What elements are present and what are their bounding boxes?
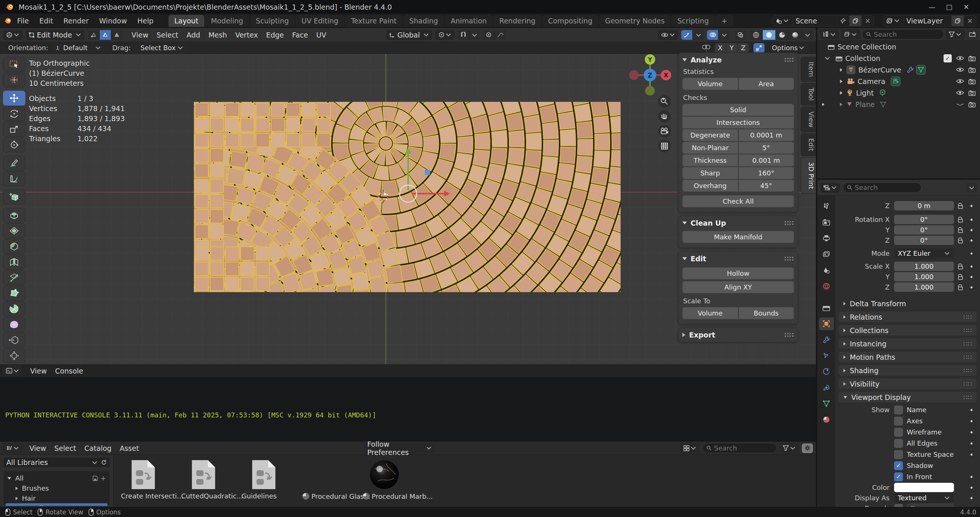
- sidebar-tab-tool[interactable]: Tool: [801, 83, 817, 106]
- mirror-z-button[interactable]: Z: [738, 43, 749, 53]
- menu-render[interactable]: Render: [59, 15, 94, 26]
- lock-icon[interactable]: [958, 276, 963, 280]
- tab-scene[interactable]: [819, 264, 834, 276]
- edit-panel-header[interactable]: Edit: [682, 255, 794, 263]
- tab-world[interactable]: [819, 280, 834, 292]
- tool-bevel[interactable]: [3, 239, 25, 254]
- viewport-menu-vertex[interactable]: Vertex: [231, 30, 262, 40]
- tool-move[interactable]: [3, 91, 25, 106]
- check-degenerate-button[interactable]: Degenerate: [682, 129, 738, 141]
- hide-eye-icon[interactable]: [956, 78, 964, 84]
- outliner-row-beziercurve[interactable]: BézierCurve: [818, 64, 980, 75]
- animate-dot-icon[interactable]: •: [967, 504, 976, 507]
- volume-button[interactable]: Volume: [682, 78, 738, 90]
- gizmo-axis-negx[interactable]: [629, 70, 639, 80]
- animate-dot-icon[interactable]: •: [967, 484, 976, 492]
- rotation-y-field[interactable]: 0°: [894, 225, 954, 235]
- tool-annotate[interactable]: [3, 156, 25, 171]
- expand-arrow-icon[interactable]: [840, 68, 843, 71]
- scale-z-field[interactable]: 1.000: [894, 282, 954, 292]
- texture-space-checkbox[interactable]: [894, 450, 903, 459]
- expand-arrow-icon[interactable]: [840, 79, 843, 83]
- library-selector[interactable]: All Libraries: [3, 457, 110, 468]
- lock-icon[interactable]: [958, 287, 963, 290]
- check-intersections-button[interactable]: Intersections: [682, 116, 794, 128]
- mirror-y-button[interactable]: Y: [726, 43, 737, 53]
- tab-view-layer[interactable]: [819, 248, 834, 260]
- panel-drag-dots-icon[interactable]: [784, 255, 794, 262]
- viewport-color-swatch[interactable]: [894, 483, 954, 492]
- hide-eye-icon[interactable]: [956, 56, 964, 61]
- save-catalog-icon[interactable]: [92, 475, 98, 481]
- lock-icon[interactable]: [958, 229, 963, 233]
- mirror-x-button[interactable]: X: [715, 43, 726, 53]
- sidebar-tab-item[interactable]: Item: [801, 57, 817, 82]
- tool-knife[interactable]: [3, 270, 25, 285]
- catalog-mosaik[interactable]: Mosaik: [6, 503, 108, 506]
- check-all-button[interactable]: Check All: [682, 195, 794, 208]
- viewport-menu-view[interactable]: View: [127, 30, 153, 40]
- area-button[interactable]: Area: [738, 78, 794, 90]
- section-visibility[interactable]: Visibility: [838, 378, 977, 390]
- menu-help[interactable]: Help: [132, 15, 159, 26]
- hide-eye-icon[interactable]: [956, 67, 964, 73]
- animate-dot-icon[interactable]: •: [967, 283, 976, 292]
- asset-item[interactable]: Procedural Glas...: [302, 458, 346, 500]
- thickness-value-field[interactable]: 0.001 m: [738, 154, 794, 167]
- make-manifold-button[interactable]: Make Manifold: [682, 231, 794, 243]
- export-panel-header[interactable]: Export: [682, 331, 794, 339]
- lock-icon[interactable]: [958, 240, 963, 243]
- in-front-checkbox[interactable]: [894, 473, 903, 481]
- asset-item[interactable]: Procedural Marb...: [362, 458, 407, 500]
- snap-settings-chevron-icon[interactable]: [469, 30, 480, 40]
- disable-render-camera-icon[interactable]: [969, 78, 975, 84]
- collection-exclude-checkbox[interactable]: ✓: [943, 54, 952, 62]
- tool-measure[interactable]: [3, 171, 25, 186]
- tool-scale[interactable]: [3, 122, 25, 137]
- shading-wireframe-icon[interactable]: [750, 30, 762, 40]
- console-editor-type-selector[interactable]: [3, 366, 22, 376]
- animate-dot-icon[interactable]: •: [967, 417, 976, 425]
- orientation-dropdown[interactable]: Default: [52, 43, 104, 53]
- properties-editor[interactable]: Z 0 m • Rotation X 0° • Y 0° • Z 0° • Mo…: [818, 180, 980, 507]
- tool-shrink-fatten[interactable]: [3, 348, 25, 363]
- section-instancing[interactable]: Instancing: [838, 338, 977, 349]
- check-nonplanar-button[interactable]: Non-Planar: [682, 142, 738, 154]
- bounds-checkbox[interactable]: [894, 504, 903, 507]
- animate-dot-icon[interactable]: •: [967, 494, 976, 502]
- outliner-row-plane[interactable]: Plane: [818, 98, 980, 110]
- tab-object-data[interactable]: [819, 397, 834, 410]
- proportional-edit-icon[interactable]: [483, 30, 495, 40]
- drag-dropdown[interactable]: Select Box: [134, 43, 186, 53]
- section-relations[interactable]: Relations: [838, 311, 977, 323]
- tab-collection[interactable]: [819, 301, 834, 314]
- panel-drag-dots-icon[interactable]: [784, 219, 794, 227]
- name-checkbox[interactable]: [894, 406, 903, 414]
- hollow-button[interactable]: Hollow: [682, 267, 794, 279]
- menu-file[interactable]: File: [12, 15, 34, 26]
- navigation-gizmo[interactable]: X Y Z: [629, 54, 671, 95]
- scale-x-field[interactable]: 1.000: [894, 262, 954, 271]
- snap-to-self-icon[interactable]: [753, 43, 765, 53]
- falloff-curve-icon[interactable]: [495, 30, 506, 40]
- panel-drag-dots-icon[interactable]: [784, 331, 794, 339]
- viewport-menu-edge[interactable]: Edge: [262, 30, 288, 40]
- catalog-brushes[interactable]: Brushes: [6, 483, 108, 493]
- check-solid-button[interactable]: Solid: [682, 104, 794, 116]
- transform-orientation-selector[interactable]: Global: [386, 30, 432, 40]
- move-plane-handle[interactable]: [425, 170, 430, 175]
- outliner-display-mode-selector[interactable]: [819, 29, 839, 40]
- tool-transform[interactable]: [3, 138, 25, 152]
- outliner-scope-selector[interactable]: [841, 29, 860, 40]
- vertex-select-icon[interactable]: [88, 30, 99, 40]
- tool-rotate[interactable]: [3, 106, 25, 121]
- tool-smooth[interactable]: [3, 317, 25, 332]
- lock-icon[interactable]: [958, 266, 963, 270]
- viewport-menu-mesh[interactable]: Mesh: [204, 30, 231, 40]
- asset-menu-select[interactable]: Select: [50, 443, 80, 454]
- asset-menu-asset[interactable]: Asset: [116, 443, 143, 454]
- wireframe-checkbox[interactable]: [894, 428, 903, 437]
- outliner-search-box[interactable]: [862, 29, 944, 40]
- tool-edge-slide[interactable]: [3, 333, 25, 347]
- outliner-row-light[interactable]: Light: [818, 87, 980, 98]
